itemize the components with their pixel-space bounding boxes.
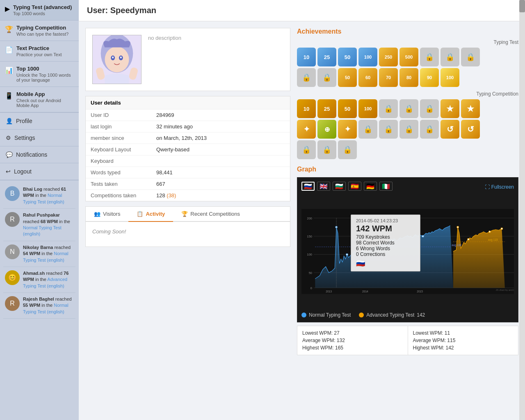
detail-label: Keyboard Layout — [91, 146, 156, 153]
svg-text:avg 115: avg 115 — [488, 238, 498, 242]
graph-stat-col-left: Lowest WPM: 27 Average WPM: 132 Highest … — [297, 326, 408, 355]
visitors-label: Visitors — [103, 211, 120, 217]
flag-es[interactable]: 🇪🇸 — [348, 182, 361, 191]
user-details-title: User details — [86, 96, 290, 110]
flag-gb[interactable]: 🇬🇧 — [317, 182, 330, 191]
username: Speedyman — [110, 6, 156, 15]
svg-text:JS chart by amCharts: JS chart by amCharts — [496, 289, 514, 291]
tabs-header: 👥 Visitors 📋 Activity 🏆 Recent Competiti… — [86, 207, 290, 222]
graph-section: Graph 🇷🇺 🇬🇧 🇧🇬 🇪🇸 🇩🇪 🇮🇹 ⛶ Fullscreen — [297, 166, 518, 355]
typing-test-label: Typing Test — [297, 39, 518, 45]
svg-point-2 — [105, 47, 129, 73]
scrollbar-thumb[interactable] — [519, 0, 525, 12]
flag-ru[interactable]: 🇷🇺 — [301, 182, 315, 191]
svg-point-5 — [112, 57, 114, 59]
scrollbar-track[interactable] — [519, 0, 525, 420]
detail-row: Competitions taken 128 (38) — [86, 190, 290, 201]
activity-feed: B Bhai Log reached 61 WPM in the Normal … — [0, 180, 79, 321]
sidebar-item-logout[interactable]: ↩ Logout — [0, 163, 79, 180]
badge-locked — [379, 120, 398, 139]
svg-point-33 — [468, 238, 469, 240]
profile-description: no description — [148, 35, 181, 84]
recent-comp-icon: 🏆 — [181, 211, 188, 217]
flag-it[interactable]: 🇮🇹 — [379, 182, 393, 191]
sidebar-nav-items: ▶ Typing Test (advanced) Top 1000 words … — [0, 0, 79, 180]
badge-locked — [420, 99, 439, 118]
avatar: N — [5, 244, 20, 259]
avatar: 😊 — [5, 270, 20, 285]
list-item: B Bhai Log reached 61 WPM in the Normal … — [3, 183, 75, 209]
detail-label: Keyboard — [91, 158, 156, 164]
tab-visitors[interactable]: 👥 Visitors — [86, 207, 128, 222]
badge: 25 — [317, 99, 336, 118]
sidebar-competition-title: Typing Competition — [16, 25, 68, 31]
badge: 60 — [358, 68, 377, 87]
sidebar-competition-subtitle: Who can type the fastest? — [16, 32, 68, 37]
legend-normal-label: Normal Typing Test — [309, 312, 351, 318]
graph-tooltip: 2014-05-02 14:23:23 142 WPM 709 Keystrok… — [351, 215, 420, 272]
avatar-image — [93, 35, 141, 84]
tabs-section: 👥 Visitors 📋 Activity 🏆 Recent Competiti… — [85, 206, 290, 247]
tab-activity[interactable]: 📋 Activity — [128, 207, 173, 222]
detail-row: Tests taken 667 — [86, 178, 290, 190]
badge: 70 — [379, 68, 398, 87]
sidebar-item-profile[interactable]: 👤 Profile — [0, 113, 79, 130]
badge-locked — [358, 120, 377, 139]
competitions-orange: (38) — [167, 192, 176, 199]
sidebar-item-top1000[interactable]: 📊 Top 1000 Unlock the Top 1000 words of … — [0, 62, 79, 87]
left-panel: no description User details User ID 2849… — [85, 28, 290, 355]
list-item: R Rajesh Baghel reached 55 WPM in the No… — [3, 293, 75, 319]
top1000-icon: 📊 — [5, 66, 13, 74]
detail-label: Tests taken — [91, 181, 156, 187]
detail-value: on March, 12th, 2013 — [156, 135, 207, 141]
stat-highest-left: Highest WPM: 165 — [302, 344, 403, 352]
sidebar-item-text-practice[interactable]: 📄 Text Practice Practice your own Text — [0, 41, 79, 62]
svg-point-35 — [501, 228, 502, 229]
graph-stat-col-right: Lowest WPM: 11 Average WPM: 115 Highest … — [408, 326, 518, 355]
detail-label: Words typed — [91, 169, 156, 176]
flag-bg[interactable]: 🇧🇬 — [333, 182, 346, 191]
profile-avatar — [92, 35, 142, 84]
svg-text:200: 200 — [307, 217, 312, 220]
stat-lowest-left: Lowest WPM: 27 — [302, 329, 403, 337]
flag-de[interactable]: 🇩🇪 — [364, 182, 377, 191]
detail-value: 284969 — [156, 112, 174, 118]
badge-locked — [317, 140, 336, 159]
legend-normal: Normal Typing Test — [301, 312, 351, 318]
badge-star5: ✦ — [338, 120, 357, 139]
tooltip-corrections: 0 Corrections — [356, 251, 415, 257]
fullscreen-button[interactable]: ⛶ Fullscreen — [485, 184, 514, 190]
settings-icon: ⚙ — [6, 135, 11, 141]
legend-advanced-value: 142 — [417, 312, 425, 318]
avatar: R — [5, 296, 20, 311]
activity-text: Ahmad.sh reached 76 WPM in the Advanced … — [23, 270, 74, 289]
achievements-section: Achievements Typing Test 10 25 50 100 25… — [297, 28, 518, 159]
badge-locked — [420, 120, 439, 139]
badge: 90 — [420, 68, 439, 87]
sidebar-item-mobile-app[interactable]: 📱 Mobile App Check out our Android Mobil… — [0, 87, 79, 112]
badge-star3: ✦ — [297, 120, 316, 139]
sidebar-item-settings[interactable]: ⚙ Settings — [0, 130, 79, 146]
badge-locked — [379, 99, 398, 118]
badge-recycle2: ↺ — [461, 120, 480, 139]
badge: 250 — [379, 48, 398, 66]
sidebar-item-typing-competition[interactable]: 🏆 Typing Competition Who can type the fa… — [0, 21, 79, 41]
stat-lowest-right: Lowest WPM: 11 — [413, 329, 514, 337]
tab-recent-competitions[interactable]: 🏆 Recent Competitions — [173, 207, 248, 222]
sidebar-item-typing-test[interactable]: ▶ Typing Test (advanced) Top 1000 words — [0, 0, 79, 21]
list-item: R Rahul Pushpakar reached 68 WPM in the … — [3, 209, 75, 241]
badge: 10 — [297, 99, 316, 118]
user-label: User: — [87, 6, 108, 15]
right-panel: Achievements Typing Test 10 25 50 100 25… — [290, 28, 518, 355]
activity-link[interactable]: Normal Typing Test (english) — [23, 225, 62, 236]
sidebar-item-notifications[interactable]: 💬 Notifications — [0, 146, 79, 163]
activity-text: Bhai Log reached 61 WPM in the Normal Ty… — [23, 186, 74, 205]
badge-locked — [297, 68, 316, 87]
tooltip-wpm: 142 WPM — [356, 224, 415, 233]
activity-text: Rahul Pushpakar reached 68 WPM in the No… — [23, 212, 74, 237]
detail-value: Qwerty-based — [156, 146, 189, 153]
tooltip-wrong: 6 Wrong Words — [356, 246, 415, 251]
avatar: B — [5, 186, 20, 201]
badge-locked — [338, 140, 357, 159]
text-practice-icon: 📄 — [5, 46, 13, 54]
